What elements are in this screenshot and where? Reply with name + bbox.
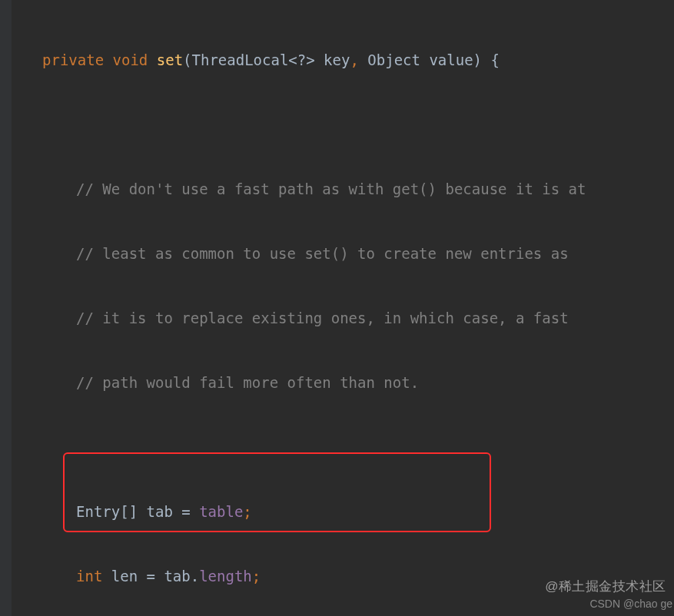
blank-line [12,114,674,135]
code-editor: private void set(ThreadLocal<?> key, Obj… [0,0,674,616]
param-2: Object value) { [367,51,500,68]
keyword-private: private [42,51,104,68]
field-length: length [199,568,252,585]
param-1: (ThreadLocal<?> key [183,51,350,68]
code-line: Entry[] tab = table; [12,501,674,522]
gutter [0,0,12,616]
field-table: table [199,503,243,520]
blank-line [12,436,674,458]
comma: , [350,51,358,68]
method-name-set: set [157,51,183,68]
comment-line: // least as common to use set() to creat… [12,243,674,264]
comment-line: // path would fail more often than not. [12,372,674,393]
keyword-int: int [76,568,102,585]
watermark-csdn: CSDN @chao ge [589,593,672,614]
comment-line: // it is to replace existing ones, in wh… [12,307,674,329]
keyword-void: void [113,51,148,68]
code-line: private void set(ThreadLocal<?> key, Obj… [12,49,674,71]
code-content: private void set(ThreadLocal<?> key, Obj… [12,6,674,616]
comment-line: // We don't use a fast path as with get(… [12,178,674,200]
